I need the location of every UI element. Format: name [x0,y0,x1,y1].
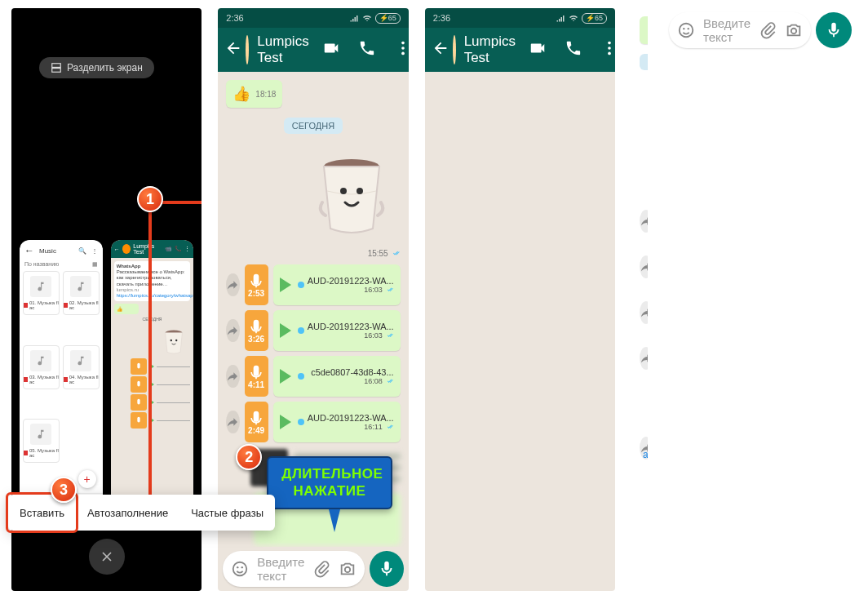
wifi-icon [569,13,578,23]
menu-button[interactable] [389,39,409,60]
svg-point-12 [401,52,405,56]
forward-button[interactable] [640,255,648,278]
recents-card-drive[interactable]: Диск ← Music 🔍⋮ По названию▦ 01. Музыка … [20,240,103,517]
recents-card-whatsapp[interactable]: WhatsApp ← Lumpics Test 📹📞⋮ WhatsApp Рас… [111,240,194,517]
chat-title[interactable]: Lumpics Test [464,33,516,66]
svg-point-11 [401,47,405,50]
svg-point-9 [175,340,177,341]
audio-message[interactable]: 2:49 AUD-20191223-WA...16:11 [226,402,400,442]
forward-button[interactable] [226,319,239,342]
svg-point-8 [170,340,172,341]
forward-button[interactable] [226,365,239,388]
avatar[interactable] [246,35,249,64]
signal-icon [349,13,359,23]
chat-body[interactable]: 👍18:18 СЕГОДНЯ 15:55 2:53AUD-20191223-WA… [631,8,648,596]
statusbar: 2:36 ⚡65 [425,8,615,28]
svg-point-19 [345,567,350,572]
input-placeholder: Введите текст [257,555,304,583]
status-time: 2:36 [433,13,450,23]
audio-message[interactable]: 4:11 c5de0807-43d8-43...16:08 [226,356,400,397]
read-ticks-icon [391,249,401,259]
recents-close-button[interactable] [89,539,125,575]
step-badge-1: 1 [137,186,163,212]
battery-badge: ⚡65 [375,13,401,24]
drive-file: 05. Музыка fl ac [29,448,59,458]
forward-button[interactable] [640,347,648,370]
back-button[interactable] [224,39,242,60]
play-icon[interactable] [280,278,291,292]
forward-button[interactable] [226,273,239,296]
message-input[interactable]: Введите текст [223,551,365,587]
forward-button[interactable] [640,210,648,233]
drive-fab[interactable]: + [78,470,96,488]
emoji-icon[interactable] [677,21,695,39]
mini-preview-text: Рассказываем все о WatsApp: как зарегист… [117,269,185,286]
svg-point-26 [680,24,693,38]
svg-point-16 [233,562,247,576]
forward-button[interactable] [226,411,239,433]
svg-point-29 [791,29,796,33]
mic-button[interactable] [370,551,403,587]
svg-point-20 [608,42,611,45]
video-call-button[interactable] [524,39,551,60]
whatsapp-chat-panel3: 2:36 ⚡65 Lumpics Test [425,8,615,591]
thumbs-message[interactable]: 👍18:18 [226,80,282,108]
voice-call-button[interactable] [560,39,587,60]
whatsapp-preview: ← Lumpics Test 📹📞⋮ WhatsApp Рассказываем… [111,240,194,517]
sticker-time: 15:55 [368,249,388,258]
chat-header: Lumpics Test [425,28,615,72]
back-button[interactable] [432,39,450,60]
mic-button[interactable] [816,12,852,48]
svg-point-17 [237,566,238,568]
camera-icon[interactable] [785,21,803,39]
forward-button[interactable] [640,301,648,324]
message-input[interactable]: Введите текст [669,12,811,48]
signal-icon [556,13,565,23]
svg-point-15 [356,188,363,194]
svg-point-10 [401,42,405,45]
chat-header: Lumpics Test [218,28,408,72]
input-bar: Введите текст [218,547,408,591]
voice-call-button[interactable] [353,39,381,60]
longpress-callout: ДЛИТЕЛЬНОЕНАЖАТИЕ [267,456,392,509]
context-menu-phrases[interactable]: Частые фразы [179,495,275,531]
input-bar: Введите текст [664,8,857,52]
audio-message[interactable]: 3:26 AUD-20191223-WA...16:03 [226,310,400,351]
video-call-button[interactable] [317,39,345,60]
drive-folder: Music [39,247,56,255]
context-menu-autofill[interactable]: Автозаполнение [76,495,179,531]
split-screen-pill[interactable]: Разделить экран [39,57,154,78]
drive-file: 03. Музыка fl ac [29,375,59,384]
partial-link-text: ance [643,449,648,460]
attach-icon[interactable] [759,21,777,39]
status-time: 2:36 [226,13,243,23]
input-placeholder: Введите текст [703,16,751,44]
attach-icon[interactable] [312,560,330,578]
camera-icon[interactable] [339,560,356,578]
svg-point-27 [683,28,684,29]
mini-date: СЕГОДНЯ [114,317,191,322]
msg-time: 18:18 [255,90,276,99]
audio-message[interactable]: 2:53 AUD-20191223-WA...16:03 [226,264,400,305]
split-label: Разделить экран [67,62,143,73]
mini-preview-site: lumpics.ru [117,287,139,292]
date-chip: СЕГОДНЯ [284,118,343,134]
mini-chat-name: Lumpics Test [133,243,162,255]
drive-file: 04. Музыка fl ac [69,375,99,384]
audio-thumb: 2:53 [245,264,268,305]
menu-button[interactable] [596,39,615,60]
audio-filename: AUD-20191223-WA... [308,276,394,286]
cup-sticker-icon [157,324,190,357]
mini-preview-link: https://lumpics.ru/category/whatsapp/ [117,293,194,298]
emoji-icon[interactable] [231,560,249,578]
wifi-icon [362,13,372,23]
close-icon [99,548,115,565]
drive-sort: По названию [24,261,59,268]
avatar[interactable] [453,35,456,64]
sticker-message[interactable]: 15:55 [278,144,401,260]
svg-rect-1 [52,69,61,73]
drive-preview: ← Music 🔍⋮ По названию▦ 01. Музыка fl ac… [20,240,103,517]
svg-point-28 [688,28,689,29]
statusbar: 2:36 ⚡65 [218,8,408,28]
chat-title[interactable]: Lumpics Test [257,33,308,66]
